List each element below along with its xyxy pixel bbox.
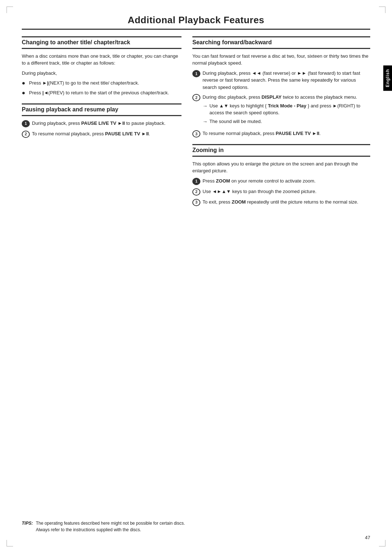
- side-tab-english: English: [383, 65, 392, 91]
- zoom-step-3: 3 To exit, press ZOOM repeatedly until t…: [192, 198, 370, 206]
- tips-line-2: Always refer to the instructions supplie…: [36, 527, 185, 533]
- zoom-step-1-text: Press ZOOM on your remote control to act…: [203, 177, 315, 185]
- corner-mark-bl: [7, 540, 13, 546]
- search-step-1: 1 During playback, press ◄◄ (fast revers…: [192, 70, 370, 91]
- tips-content: The operating features described here mi…: [36, 520, 185, 533]
- search-step-3-text: To resume normal playback, press PAUSE L…: [203, 130, 320, 137]
- corner-mark-br: [379, 540, 385, 546]
- search-step-3: 3 To resume normal playback, press PAUSE…: [192, 130, 370, 138]
- section-title-pausing: Pausing playback and resume play: [22, 103, 181, 116]
- search-step-1-text: During playback, press ◄◄ (fast reverse)…: [203, 70, 370, 91]
- search-arrow-2-text: The sound will be muted.: [209, 118, 262, 125]
- num-circle-z2: 2: [192, 188, 200, 196]
- section-title-searching: Searching forward/backward: [192, 36, 370, 49]
- during-playback-label: During playback,: [22, 70, 181, 77]
- page: English Additional Playback Features Cha…: [0, 0, 392, 553]
- num-circle-z3: 3: [192, 199, 200, 206]
- num-circle-s3: 3: [192, 130, 200, 138]
- search-step-2: 2 During disc playback, press DISPLAY tw…: [192, 94, 370, 127]
- section-intro-zooming: This option allows you to enlarge the pi…: [192, 160, 370, 175]
- num-circle-s1: 1: [192, 70, 200, 77]
- section-title-changing: Changing to another title/ chapter/track: [22, 36, 181, 49]
- section-title-zooming: Zooming in: [192, 144, 370, 157]
- right-column: Searching forward/backward You can fast …: [192, 36, 370, 213]
- left-column: Changing to another title/ chapter/track…: [22, 36, 181, 213]
- pause-step-2: 2 To resume normal playback, press PAUSE…: [22, 130, 181, 138]
- zoom-step-3-text: To exit, press ZOOM repeatedly until the…: [203, 198, 358, 206]
- page-title: Additional Playback Features: [22, 15, 370, 30]
- pause-step-1-text: During playback, press PAUSE LIVE TV ►II…: [32, 120, 166, 127]
- search-arrow-1-text: Use ▲▼ keys to highlight { Trick Mode - …: [209, 102, 370, 116]
- bullet-prev-text: Press |◄(PREV) to return to the start of…: [29, 89, 169, 97]
- bullet-dot-1: ●: [22, 79, 28, 87]
- section-intro-searching: You can fast forward or fast reverse a d…: [192, 53, 370, 67]
- zoom-step-2-text: Use ◄►▲▼ keys to pan through the zoomed …: [203, 188, 317, 195]
- search-step-2-text: During disc playback, press DISPLAY twic…: [203, 94, 357, 100]
- search-arrow-1: → Use ▲▼ keys to highlight { Trick Mode …: [203, 102, 370, 116]
- section-searching: Searching forward/backward You can fast …: [192, 36, 370, 138]
- bullet-next-text: Press ►|(NEXT) to go to the next title/ …: [29, 79, 139, 87]
- zoom-step-1: 1 Press ZOOM on your remote control to a…: [192, 177, 370, 185]
- page-number: 47: [365, 535, 370, 540]
- bullet-dot-2: ●: [22, 89, 28, 97]
- corner-mark-tr: [379, 7, 385, 13]
- corner-mark-tl: [7, 7, 13, 13]
- tips-section: TIPS: The operating features described h…: [22, 520, 363, 533]
- search-step-2-content: During disc playback, press DISPLAY twic…: [203, 94, 370, 127]
- num-circle-s2: 2: [192, 94, 200, 101]
- section-zooming: Zooming in This option allows you to enl…: [192, 144, 370, 206]
- two-column-layout: Changing to another title/ chapter/track…: [22, 36, 370, 213]
- tips-line-1: The operating features described here mi…: [36, 520, 185, 527]
- section-pausing: Pausing playback and resume play 1 Durin…: [22, 103, 181, 138]
- section-changing-title: Changing to another title/ chapter/track…: [22, 36, 181, 97]
- arrow-symbol-2: →: [203, 118, 208, 126]
- zoom-step-2: 2 Use ◄►▲▼ keys to pan through the zoome…: [192, 188, 370, 196]
- num-circle-z1: 1: [192, 178, 200, 185]
- bullet-prev: ● Press |◄(PREV) to return to the start …: [22, 89, 181, 97]
- num-circle-2: 2: [22, 131, 30, 138]
- num-circle-1: 1: [22, 120, 30, 127]
- search-arrow-2: → The sound will be muted.: [203, 118, 370, 126]
- section-intro-changing: When a disc contains more than one track…: [22, 53, 181, 67]
- tips-label: TIPS:: [22, 520, 33, 533]
- bullet-next: ● Press ►|(NEXT) to go to the next title…: [22, 79, 181, 87]
- arrow-symbol-1: →: [203, 102, 208, 110]
- pause-step-2-text: To resume normal playback, press PAUSE L…: [32, 130, 150, 138]
- pause-step-1: 1 During playback, press PAUSE LIVE TV ►…: [22, 120, 181, 127]
